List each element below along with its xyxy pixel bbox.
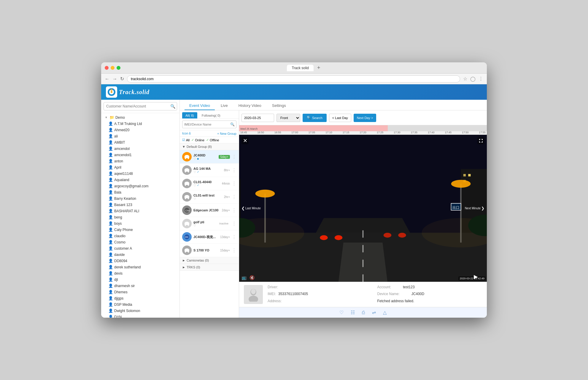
checkbox-online: ✓ xyxy=(191,138,194,142)
favorite-icon[interactable]: ♡ xyxy=(339,310,344,315)
device-item-golfpti[interactable]: golf pti ♡ Inactive ⋮ xyxy=(180,217,239,230)
device-more-button[interactable]: ⋮ xyxy=(232,208,236,213)
prev-minute-button[interactable]: ❮ Last Minute xyxy=(241,206,261,210)
copy-icon[interactable]: ⎙ xyxy=(362,310,365,315)
sidebar-item-derek[interactable]: 👤 derek sutherland xyxy=(101,264,179,270)
user-icon[interactable]: ◯ xyxy=(470,76,476,82)
star-icon[interactable]: ☆ xyxy=(463,76,467,82)
sidebar-item-barry[interactable]: 👤 Barry Kearton xyxy=(101,195,179,202)
sidebar-item-devis[interactable]: 👤 devis xyxy=(101,270,179,276)
group-name: Camionetas (0) xyxy=(187,259,209,262)
forward-button[interactable]: → xyxy=(112,76,117,82)
sidebar-item-april[interactable]: 👤 April xyxy=(101,164,179,170)
tab-following[interactable]: Following( 0) xyxy=(198,112,224,118)
sidebar-item-djjgps[interactable]: 👤 djjgps xyxy=(101,295,179,301)
grid-icon[interactable]: ☷ xyxy=(351,310,355,315)
sidebar-item-customera[interactable]: 👤 customer A xyxy=(101,245,179,251)
minimize-button[interactable] xyxy=(111,66,115,70)
tab-all[interactable]: All( 8) xyxy=(182,112,197,118)
tab-settings[interactable]: Settings xyxy=(267,102,291,110)
sidebar-item-ali[interactable]: 👤 ali xyxy=(101,133,179,139)
device-more-button[interactable]: ⋮ xyxy=(232,181,236,186)
tab-event-video[interactable]: Event Video xyxy=(185,102,215,110)
new-group-button[interactable]: + New Group xyxy=(217,132,236,135)
sidebar-item-basharat[interactable]: 👤 BASHARAT ALI xyxy=(101,208,179,214)
device-more-button[interactable]: ⋮ xyxy=(232,167,236,173)
device-more-button[interactable]: ⋮ xyxy=(232,248,236,253)
sidebar-item-djt[interactable]: 👤 djt xyxy=(101,276,179,283)
sidebar-item-demo[interactable]: ▼ 📁 Demo xyxy=(101,114,179,121)
group-header-trks[interactable]: ► TRKS (0) xyxy=(180,264,239,271)
search-button[interactable]: 🔍 Search xyxy=(303,114,327,122)
sidebar-item-beng[interactable]: 👤 beng xyxy=(101,214,179,220)
play-button[interactable]: ▶ xyxy=(474,273,478,280)
close-button[interactable] xyxy=(105,66,109,70)
sidebar-item-davide[interactable]: 👤 davide xyxy=(101,251,179,258)
add-tab-button[interactable]: + xyxy=(317,65,320,71)
expand-video-button[interactable] xyxy=(477,137,484,144)
device-more-button[interactable]: ⋮ xyxy=(232,194,236,200)
sidebar-item-ahmed20[interactable]: 👤 Ahmed20 xyxy=(101,127,179,133)
sidebar-item-atm[interactable]: 👤 A.T.M Truking Ltd xyxy=(101,121,179,127)
device-item-s1700yo[interactable]: S 1700 YO 15day+ ⋮ xyxy=(180,244,239,257)
filter-offline[interactable]: ✓ Offline xyxy=(206,138,219,142)
sidebar-item-ambit[interactable]: 👤 AMBIT xyxy=(101,139,179,145)
back-button[interactable]: ← xyxy=(105,76,109,82)
sidebar-item-dhemes[interactable]: 👤 Dhemes xyxy=(101,289,179,295)
device-item-ag144ma[interactable]: AG 144 MA ♡ ✓ 8hr+ ⋮ xyxy=(180,164,239,177)
user-icon: 👤 xyxy=(108,171,113,176)
sidebar-item-dwight[interactable]: 👤 Dwight Solomon xyxy=(101,308,179,314)
sidebar-item-bala[interactable]: 👤 Bala xyxy=(101,189,179,195)
device-item-jc400d-vision[interactable]: 360 JC400D-视觉... 13day+ ⋮ xyxy=(180,230,239,244)
timeline-track[interactable]: 16:4516:5016:55 17:0017:0517:10 17:1517:… xyxy=(239,125,487,135)
sidebar-item-cosmo[interactable]: 👤 Cosmo xyxy=(101,239,179,245)
sidebar-item-argoxcoy[interactable]: 👤 argoxcoy@gmail.com xyxy=(101,183,179,189)
customer-search-input[interactable] xyxy=(104,102,177,110)
close-video-button[interactable]: ✕ xyxy=(241,137,249,144)
next-minute-button[interactable]: Next Minute ❯ xyxy=(465,206,484,210)
next-day-button[interactable]: Next Day > xyxy=(354,114,376,122)
sidebar-item-dyn[interactable]: 👤 DYN xyxy=(101,314,179,318)
group-header-camionetas[interactable]: ► Camionetas (0) xyxy=(180,257,239,264)
sidebar-item-basant[interactable]: 👤 Basant 123 xyxy=(101,202,179,208)
sidebar-item-aqeel[interactable]: 👤 aqeel11148 xyxy=(101,170,179,177)
sidebar-item-caty[interactable]: 👤 Caty Phone xyxy=(101,227,179,233)
sidebar-item-boys[interactable]: 👤 boys xyxy=(101,220,179,227)
filter-online[interactable]: ✓ Online xyxy=(191,138,204,142)
tab-history-video[interactable]: History Video xyxy=(234,102,266,110)
app-title: Track.solid xyxy=(119,89,150,96)
device-item-edgecam[interactable]: CAM Edgecam JC100 2day+ ⋮ xyxy=(180,204,239,217)
browser-tab[interactable]: Track solid xyxy=(287,65,314,71)
date-input[interactable] xyxy=(241,114,274,122)
transfer-icon[interactable]: ⇌ xyxy=(372,310,376,315)
device-more-button[interactable]: ⋮ xyxy=(232,154,236,160)
tv-icon[interactable]: 📺 xyxy=(241,275,247,280)
sidebar-item-dsp[interactable]: 👤 DSP Media xyxy=(101,301,179,308)
volume-icon[interactable]: 🔇 xyxy=(249,275,255,280)
sidebar-item-dd8094[interactable]: 👤 DD8094 xyxy=(101,258,179,264)
device-item-cl0140440[interactable]: CL01-40440 ♡ ✓ 44min ⋮ xyxy=(180,177,239,190)
device-item-cl01willtest[interactable]: CL01-will test ♡ 2hr+ ⋮ xyxy=(180,190,239,204)
sidebar-item-amcendol1[interactable]: 👤 amcendol1 xyxy=(101,152,179,158)
camera-select[interactable]: Front xyxy=(276,114,300,122)
sidebar-item-anton[interactable]: 👤 anton xyxy=(101,158,179,164)
maximize-button[interactable] xyxy=(117,66,120,70)
alert-icon[interactable]: △ xyxy=(383,310,387,315)
device-item-jc400d[interactable]: JC400D ♡ ■ 5day+ ⋮ xyxy=(180,150,239,164)
filter-all[interactable]: ☑ All xyxy=(182,138,190,142)
device-more-button[interactable]: ⋮ xyxy=(232,221,236,227)
tab-live[interactable]: Live xyxy=(216,102,233,110)
address-input[interactable] xyxy=(127,75,460,83)
menu-icon[interactable]: ⋮ xyxy=(479,76,483,82)
last-day-button[interactable]: < Last Day xyxy=(329,114,351,122)
device-name: Edgecam JC100 xyxy=(193,208,220,212)
sidebar-item-claudio[interactable]: 👤 claudio xyxy=(101,233,179,239)
device-more-button[interactable]: ⋮ xyxy=(232,234,236,240)
sidebar-item-label: Dhemes xyxy=(114,290,128,294)
sidebar-item-dharmesh[interactable]: 👤 dharmesh sir xyxy=(101,283,179,289)
refresh-button[interactable]: ↻ xyxy=(120,76,124,82)
device-search-input[interactable] xyxy=(182,121,236,128)
sidebar-item-amcendol[interactable]: 👤 amcendol xyxy=(101,145,179,152)
sidebar-item-aqualand[interactable]: 👤 Aqualand xyxy=(101,177,179,183)
group-header-default[interactable]: ▼ Default Group (8) xyxy=(180,143,239,150)
